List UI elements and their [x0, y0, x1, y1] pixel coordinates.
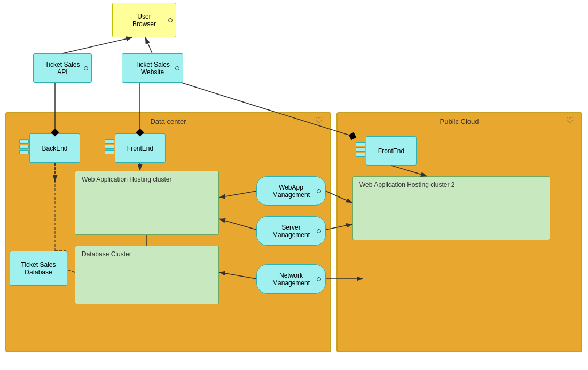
frontend1-server-icon: [105, 139, 114, 154]
api-to-browser-arrow: [62, 37, 132, 53]
datacenter-pin-icon: ♡: [315, 115, 323, 125]
frontend1-label: FrontEnd: [127, 145, 153, 152]
server-management-label: Server Management: [272, 224, 310, 239]
ticket-sales-website[interactable]: Ticket Sales Website: [122, 53, 183, 83]
frontend2-label: FrontEnd: [378, 147, 404, 155]
dbcluster-cluster: Database Cluster: [75, 246, 219, 304]
ticket-sales-website-label: Ticket Sales Website: [135, 61, 170, 76]
ticket-db[interactable]: Ticket Sales Database: [10, 251, 67, 286]
webapp2-label: Web Application Hosting cluster 2: [359, 181, 455, 188]
webapp-management-label: WebApp Management: [272, 184, 310, 199]
ticket-db-label: Ticket Sales Database: [21, 261, 56, 276]
ticket-web-lollipop: [171, 66, 179, 70]
dbcluster-label: Database Cluster: [82, 250, 131, 258]
backend-server-icon: [19, 139, 29, 154]
webapp-man-lollipop: [312, 189, 321, 193]
frontend2-component[interactable]: FrontEnd: [366, 136, 417, 166]
publiccloud-pin-icon: ♡: [566, 115, 574, 125]
frontend1-component[interactable]: FrontEnd: [115, 133, 166, 163]
webapp1-cluster: Web Application Hosting cluster: [75, 171, 219, 235]
backend-component[interactable]: BackEnd: [29, 133, 80, 163]
ticket-sales-api[interactable]: Ticket Sales API: [33, 53, 92, 83]
network-management[interactable]: Network Management: [256, 264, 326, 294]
backend-label: BackEnd: [42, 145, 67, 152]
architecture-diagram: Data center ♡ Public Cloud ♡ Web Applica…: [0, 0, 588, 370]
server-management[interactable]: Server Management: [256, 216, 326, 246]
server-man-lollipop: [312, 229, 321, 233]
ticket-api-lollipop: [80, 66, 88, 70]
publiccloud-label: Public Cloud: [440, 117, 479, 125]
webapp1-label: Web Application Hosting cluster: [82, 176, 172, 183]
user-browser-lollipop: [164, 18, 173, 22]
user-browser-label: User Browser: [132, 13, 156, 28]
user-browser[interactable]: User Browser: [112, 3, 176, 37]
webapp-management[interactable]: WebApp Management: [256, 176, 326, 206]
network-management-label: Network Management: [272, 272, 310, 287]
ticket-sales-api-label: Ticket Sales API: [45, 61, 80, 76]
webapp2-cluster: Web Application Hosting cluster 2: [352, 176, 550, 240]
network-man-lollipop: [312, 277, 321, 281]
frontend2-server-icon: [356, 142, 365, 157]
datacenter-label: Data center: [150, 117, 186, 125]
web-to-browser-arrow: [145, 37, 152, 53]
